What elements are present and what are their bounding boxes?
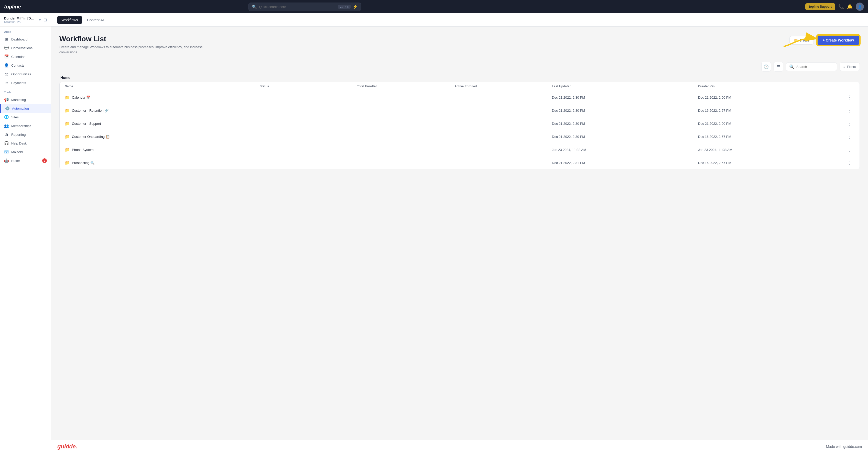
list-view-button[interactable]: ☰ <box>774 62 783 72</box>
workspace-selector[interactable]: Dunder Mifflin [D... Scranton, PA ▼ ⊟ <box>0 13 51 27</box>
sidebar-item-label: Mailfold <box>11 150 23 154</box>
sidebar: Dunder Mifflin [D... Scranton, PA ▼ ⊟ Ap… <box>0 13 51 453</box>
table-row: 📁 Prospecting 🔍 Dec 21 2022, 2:31 PM Dec… <box>60 156 860 169</box>
workflow-title-section: Workflow List Create and manage Workflow… <box>59 35 213 55</box>
sidebar-item-opportunities[interactable]: ◎ Opportunities <box>0 70 51 78</box>
sites-icon: 🌐 <box>4 115 9 119</box>
avatar[interactable]: 👤 <box>856 3 864 11</box>
sidebar-item-label: Calendars <box>11 55 26 59</box>
row-name-text: Calendar 📅 <box>72 95 90 100</box>
clock-view-button[interactable]: 🕐 <box>761 62 771 72</box>
col-active-enrolled: Active Enrolled <box>455 85 552 88</box>
sidebar-item-reporting[interactable]: ◑ Reporting <box>0 130 51 139</box>
col-created-on: Created On <box>698 85 844 88</box>
memberships-icon: 👥 <box>4 123 9 128</box>
sidebar-item-label: Reporting <box>11 133 26 137</box>
row-last-updated: Dec 21 2022, 2:31 PM <box>552 161 698 165</box>
global-search[interactable]: 🔍 Ctrl + K ⚡ <box>248 3 361 11</box>
workflow-header: Workflow List Create and manage Workflow… <box>59 35 860 55</box>
col-name: Name <box>65 85 260 88</box>
mailfold-icon: 📧 <box>4 150 9 154</box>
sidebar-item-sites[interactable]: 🌐 Sites <box>0 113 51 121</box>
sidebar-item-contacts[interactable]: 👤 Contacts <box>0 61 51 70</box>
row-name-text: Customer - Retention 🔗 <box>72 109 108 112</box>
row-menu-button[interactable]: ⋮ <box>844 147 855 152</box>
search-icon: 🔍 <box>252 4 257 9</box>
dashboard-icon: ⊞ <box>4 37 9 41</box>
row-menu-button[interactable]: ⋮ <box>844 108 855 113</box>
row-name: 📁 Customer Onboarding 📋 <box>65 134 260 139</box>
table-row: 📁 Customer - Retention 🔗 Dec 21 2022, 2:… <box>60 104 860 117</box>
sidebar-item-conversations[interactable]: 💬 Conversations <box>0 44 51 52</box>
row-menu-button[interactable]: ⋮ <box>844 134 855 139</box>
subtabs-bar: Workflows Content AI <box>51 13 868 27</box>
create-workflow-button[interactable]: + Create Workflow <box>817 35 860 46</box>
search-input[interactable] <box>259 5 336 9</box>
table-row: 📁 Phone System Jan 23 2024, 11:38 AM Jan… <box>60 143 860 156</box>
toolbar-row: 🕐 ☰ 🔍 ≡ Filters <box>59 62 860 72</box>
calendars-icon: 📅 <box>4 54 9 59</box>
page-area: Workflow List Create and manage Workflow… <box>51 27 868 440</box>
row-created-on: Dec 16 2022, 2:57 PM <box>698 135 844 139</box>
sidebar-item-mailfold[interactable]: 📧 Mailfold <box>0 148 51 156</box>
row-folder-icon: 📁 <box>65 121 70 126</box>
col-actions <box>844 85 855 88</box>
sidebar-item-payments[interactable]: 🗂 Payments <box>0 78 51 87</box>
row-name-text: Prospecting 🔍 <box>72 161 94 165</box>
create-folder-button[interactable]: 📁 Create <box>789 36 814 45</box>
sidebar-item-memberships[interactable]: 👥 Memberships <box>0 121 51 130</box>
filter-icon: ≡ <box>843 65 845 69</box>
row-menu-button[interactable]: ⋮ <box>844 94 855 100</box>
butler-icon: 🤖 <box>4 158 9 163</box>
tab-content-ai[interactable]: Content AI <box>83 16 108 24</box>
workflow-table: Name Status Total Enrolled Active Enroll… <box>59 82 860 169</box>
page-title: Workflow List <box>59 35 213 43</box>
sidebar-collapse-icon[interactable]: ⊟ <box>43 18 47 22</box>
workspace-name: Dunder Mifflin [D... <box>4 17 34 20</box>
sidebar-item-label: Automation <box>12 107 29 110</box>
sidebar-item-butler[interactable]: 🤖 Butler 2 <box>0 156 51 165</box>
tools-section-label: Tools <box>0 87 51 95</box>
sidebar-item-label: Conversations <box>11 46 32 50</box>
row-folder-icon: 📁 <box>65 108 70 113</box>
reporting-icon: ◑ <box>4 132 9 137</box>
row-created-on: Dec 16 2022, 2:57 PM <box>698 161 844 165</box>
row-folder-icon: 📁 <box>65 95 70 100</box>
row-name: 📁 Phone System <box>65 147 260 152</box>
sidebar-item-marketing[interactable]: 📢 Marketing <box>0 95 51 104</box>
row-name: 📁 Prospecting 🔍 <box>65 161 260 165</box>
create-workflow-label: + Create Workflow <box>823 38 854 42</box>
filters-button[interactable]: ≡ Filters <box>840 62 860 71</box>
row-name-text: Customer Onboarding 📋 <box>72 135 110 139</box>
tab-workflows[interactable]: Workflows <box>57 16 82 24</box>
row-menu-button[interactable]: ⋮ <box>844 160 855 166</box>
main-content: Workflows Content AI Workflow List Creat… <box>51 13 868 453</box>
row-last-updated: Dec 21 2022, 2:30 PM <box>552 95 698 100</box>
row-name: 📁 Calendar 📅 <box>65 95 260 100</box>
top-navigation: topline 🔍 Ctrl + K ⚡ topline Support 📞 🔔… <box>0 0 868 13</box>
row-name-text: Customer - Support <box>72 122 101 125</box>
search-shortcut: Ctrl + K <box>338 5 350 9</box>
sidebar-item-automation[interactable]: ⚙️ Automation <box>0 104 51 113</box>
automation-icon: ⚙️ <box>5 106 9 111</box>
apps-section-label: Apps <box>0 27 51 35</box>
row-name-text: Phone System <box>72 148 94 152</box>
row-folder-icon: 📁 <box>65 161 70 165</box>
sidebar-item-label: Dashboard <box>11 37 28 41</box>
table-search-input[interactable] <box>796 65 834 69</box>
table-search[interactable]: 🔍 <box>786 62 837 71</box>
sidebar-item-label: Help Desk <box>11 141 27 145</box>
support-button[interactable]: topline Support <box>805 3 835 10</box>
sidebar-item-dashboard[interactable]: ⊞ Dashboard <box>0 35 51 44</box>
row-last-updated: Dec 21 2022, 2:30 PM <box>552 122 698 125</box>
sidebar-item-label: Marketing <box>11 98 26 102</box>
sidebar-item-helpdesk[interactable]: 🎧 Help Desk <box>0 139 51 148</box>
sidebar-item-label: Opportunities <box>11 72 31 76</box>
col-status: Status <box>260 85 357 88</box>
page-description: Create and manage Workflows to automate … <box>59 45 213 55</box>
sidebar-item-label: Butler <box>11 159 20 163</box>
row-menu-button[interactable]: ⋮ <box>844 121 855 126</box>
bell-icon[interactable]: 🔔 <box>847 4 852 9</box>
sidebar-item-calendars[interactable]: 📅 Calendars <box>0 52 51 61</box>
phone-icon[interactable]: 📞 <box>838 4 844 9</box>
